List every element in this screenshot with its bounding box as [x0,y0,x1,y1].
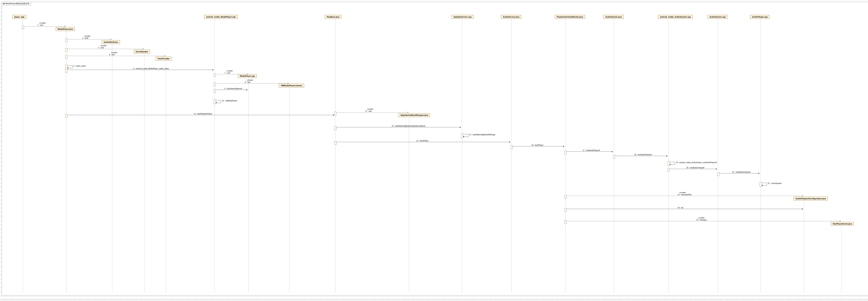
lifeline-head-android_media_AudioSystem_cpp: android_media_AudioSystem.cpp [658,15,693,19]
message-stereo-3: «create» [100,45,107,47]
lifeline-head-player_app: player_app [12,15,26,19]
message-label-2: 2 : build [82,37,88,39]
message-stereo-2: «create» [84,35,91,37]
message-2 [67,39,111,39]
message-10 [216,100,221,103]
activation-from-23 [564,195,566,198]
activation-10 [214,100,216,104]
message-label-20: 20 : newAudioUniqueId [686,167,704,169]
watermark-row: UNREGISTERED UNREGISTERED UNREGISTERED U… [0,298,868,300]
activation-from-11 [334,112,336,115]
lifeline-MediaPlayer_cpp [248,78,249,292]
message-label-10: 10 : setMediaPlayer [222,100,237,102]
lifeline-head-MediaPlayer_java: MediaPlayer.java [56,27,75,31]
lifeline-head-NewPlayerEvent_java: NewPlayerEvent.java [831,222,854,226]
message-label-18: 18 : newAudioPlayerId [634,154,652,156]
message-22 [762,183,767,186]
lifeline-head-AudioAttributes: AudioAttributes [102,40,120,44]
activation-from-15 [334,141,336,145]
lifeline-head-PlaybackActivityMonitor_java: PlaybackActivityMonitor.java [555,15,585,19]
activation-19 [668,161,670,166]
message-label-15: 15 : trackPlayer [416,140,429,142]
activation-from-24 [564,208,566,212]
message-label-7: 7 : new [225,72,230,74]
activation-from-4 [65,55,67,59]
activation-from-12 [65,114,67,118]
activation-from-1 [22,26,24,29]
lifeline-head-AppOpsService_cpp: AppOpsService.cpp [452,15,473,19]
lifeline-head-AudioSystem_java: AudioSystem.java [603,15,624,19]
activation-from-20 [668,168,670,172]
message-stereo-1: «create» [39,22,46,24]
message-stereo-11: «create» [367,108,374,110]
message-label-9: 9 : setListener(listener) [225,88,242,89]
message-label-19: 19 : android_media_AudioSystem_newAudioP… [676,162,717,163]
activation-from-21 [717,172,719,176]
activation-from-18 [613,155,615,159]
diagram-canvas: player_appMediaPlayer.javaAudioAttribute… [2,2,868,296]
message-label-24: 24 : init [678,207,683,209]
message-19 [670,162,675,165]
lifeline-head-android_media_MediaPlayer_cpp: android_media_MediaPlayer.cpp [204,15,238,19]
activation-from-17 [564,151,566,154]
message-14 [463,134,468,137]
activation-from-9 [214,89,216,92]
activation-5 [65,65,67,69]
sequence-frame: sd MediaPlayer初始化流程分析 player_appMediaPla… [2,2,868,296]
message-label-17: 17 : newAudioPlayerId [583,149,600,151]
lifeline-head-PlayBase_java: PlayBase.java [325,15,341,19]
message-label-13: 13 : startWatchingMode(mAppOpsCallback) [392,125,426,127]
message-label-8: 8 : new [245,81,250,83]
lifeline-head-AudioSystem_cpp: AudioSystem.cpp [708,15,727,19]
lifeline-head-AudioService_java: AudioService.java [501,15,521,19]
activation-14 [461,133,463,138]
message-stereo-4: «create» [111,52,118,54]
activation-from-13 [334,127,336,130]
message-label-12: 12 : baseRegisterPlayer [194,113,212,115]
activation-from-8 [214,83,216,86]
lifeline-AudioFlinger_cpp [761,19,761,292]
lifeline-head-AudioFlinger_cpp: AudioFlinger.cpp [750,15,770,19]
message-stereo-8: «create» [247,79,253,81]
message-stereo-23: «create» [679,192,686,194]
lifeline-head-IAppOpsCallbackWrapper_java: IAppOpsCallbackWrapper.java [399,113,430,117]
activation-from-25 [564,220,566,224]
message-label-21: 21 : newAudioUniqueId [733,171,750,173]
activation-from-7 [214,73,216,77]
activation-from-6 [65,69,67,73]
message-label-23: 23 : new(newPiid) [678,194,691,196]
message-21 [719,173,760,173]
message-label-16: 16 : trackPlayer [531,144,544,146]
activation-from-3 [65,48,67,52]
lifeline-PlaybackActivityMonitor_java [565,19,565,292]
message-label-11: 11 : new [365,110,372,112]
message-label-3: 3 : new [98,47,104,49]
lifeline-EventHandler [144,54,145,292]
message-label-25: 25 : new(apc) [696,219,707,221]
message-20 [670,169,717,169]
message-4 [67,56,165,56]
lifeline-JNIMediaPlayerListener [289,88,289,292]
activation-22 [760,182,762,187]
message-label-5: 5 : native_setup [73,65,86,67]
message-5 [67,65,72,68]
message-15 [336,142,510,142]
lifeline-head-JNIMediaPlayerListener: JNIMediaPlayerListener [279,84,304,87]
message-16 [513,146,564,146]
message-label-14: 14 : startWatchingModeWithFlags [469,134,495,136]
activation-from-2 [65,38,67,42]
message-label-22: 22 : nextUniqueId [768,183,781,184]
lifeline-player_app [23,19,23,292]
message-label-4: 4 : new [109,54,115,56]
message-label-6: 6 : android_media_MediaPlayer_native_set… [133,67,169,70]
lifeline-head-AudioPlaybackConfiguration_java: AudioPlaybackConfiguration.java [794,197,828,200]
lifeline-head-TimeProvider: TimeProvider [156,57,172,60]
message-stereo-25: «create» [698,217,705,219]
activation-from-16 [510,145,513,149]
lifeline-android_media_AudioSystem_cpp [669,19,669,292]
message-stereo-7: «create» [226,70,233,72]
message-23 [566,196,803,196]
lifeline-head-EventHandler: EventHandler [134,50,150,54]
message-label-1: 1 : new [37,24,43,26]
